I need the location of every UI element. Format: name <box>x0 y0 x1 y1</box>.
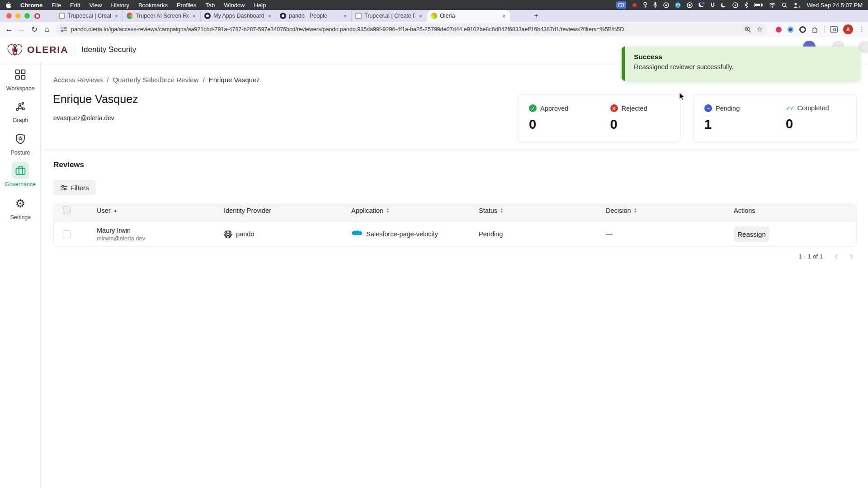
tab-title: Trupeer.ai | Create Product V <box>68 13 111 19</box>
address-bar[interactable]: pando.oleria.io/iga/access-reviews/campa… <box>56 23 767 35</box>
menu-bookmarks[interactable]: Bookmarks <box>138 2 168 9</box>
keystroke-icon[interactable] <box>643 1 647 9</box>
tab-close-icon[interactable]: × <box>267 13 272 19</box>
menu-profiles[interactable]: Profiles <box>177 2 196 9</box>
sidebar-item-settings[interactable]: ⚙ Settings <box>0 195 41 221</box>
apple-menu-icon[interactable] <box>5 1 11 9</box>
column-header-decision[interactable]: Decision ▲▼ <box>606 207 734 214</box>
stat-value-pending: 1 <box>704 117 775 132</box>
mic-icon[interactable] <box>653 1 657 9</box>
column-header-user[interactable]: User ▲ <box>97 207 224 214</box>
menu-help[interactable]: Help <box>254 2 266 9</box>
record-icon[interactable] <box>632 1 637 9</box>
header-extra-button[interactable] <box>859 41 868 53</box>
column-header-application[interactable]: Application ▲▼ <box>351 207 479 214</box>
pending-minus-icon: − <box>704 104 712 112</box>
tab-oleria-active[interactable]: Oleria × <box>427 10 510 22</box>
tab-my-apps-dashboard[interactable]: My Apps Dashboard | pando × <box>201 10 276 22</box>
back-button[interactable]: ← <box>3 23 15 36</box>
menu-edit[interactable]: Edit <box>70 2 80 9</box>
moon-icon[interactable] <box>721 1 726 9</box>
tab-trupeer-create-2[interactable]: Trupeer.ai | Create Product V × <box>352 10 427 22</box>
bluetooth-icon[interactable] <box>744 1 748 9</box>
forward-button[interactable]: → <box>15 23 28 36</box>
menu-tab[interactable]: Tab <box>205 2 215 9</box>
filters-button[interactable]: Filters <box>53 180 96 195</box>
extension-ring-icon[interactable] <box>799 26 806 33</box>
new-tab-button[interactable]: + <box>532 11 541 20</box>
reassign-button[interactable]: Reassign <box>734 226 769 242</box>
next-page-icon[interactable]: › <box>850 251 853 261</box>
camera-icon[interactable] <box>663 1 669 9</box>
menu-file[interactable]: File <box>52 2 61 9</box>
sidebar-item-governance[interactable]: Governance <box>0 162 41 188</box>
tab-close-icon[interactable]: × <box>191 13 197 19</box>
recording-indicator-icon[interactable] <box>34 13 40 19</box>
window-close-button[interactable] <box>6 13 12 19</box>
tab-trupeer-recorder[interactable]: Trupeer AI Screen Recorder × <box>123 10 201 22</box>
approved-check-icon: ✓ <box>529 104 537 112</box>
site-settings-icon[interactable] <box>61 27 67 32</box>
menu-view[interactable]: View <box>89 2 102 9</box>
tab-close-icon[interactable]: × <box>418 13 423 19</box>
tab-pando-people[interactable]: pando - People × <box>276 10 352 22</box>
stat-value-approved: 0 <box>529 117 599 132</box>
column-header-identity-provider[interactable]: Identity Provider <box>224 207 351 214</box>
breadcrumb-separator: / <box>107 76 108 84</box>
column-header-status[interactable]: Status ▲▼ <box>479 207 606 214</box>
tab-trupeer-create-1[interactable]: Trupeer.ai | Create Product V × <box>55 10 123 22</box>
url-text[interactable]: pando.oleria.io/iga/access-reviews/campa… <box>71 26 745 33</box>
wifi-icon[interactable] <box>769 1 776 9</box>
menu-bar-clock[interactable]: Wed Sep 24 5:07 PM <box>807 2 863 9</box>
row-checkbox[interactable] <box>63 230 71 238</box>
breadcrumb-access-reviews[interactable]: Access Reviews <box>53 76 103 84</box>
breadcrumb-campaign[interactable]: Quarterly Salesforce Review <box>113 76 198 84</box>
menu-chrome[interactable]: Chrome <box>20 2 42 9</box>
product-name: Identity Security <box>81 45 136 54</box>
sidebar-item-graph[interactable]: Graph <box>0 98 41 123</box>
filters-label: Filters <box>71 184 89 192</box>
u-app-icon[interactable]: U <box>711 1 715 9</box>
sidebar-item-workspace[interactable]: Workspace <box>0 66 41 92</box>
bookmark-star-icon[interactable]: ☆ <box>757 25 763 33</box>
toast-title: Success <box>634 53 851 61</box>
previous-page-icon[interactable]: ‹ <box>835 251 838 261</box>
menu-window[interactable]: Window <box>224 2 245 9</box>
reload-button[interactable]: ↻ <box>28 23 41 36</box>
chrome-menu-kebab-icon[interactable]: ⋮ <box>859 25 865 33</box>
spotlight-icon[interactable] <box>782 1 788 9</box>
screen-mirroring-icon[interactable] <box>616 1 626 9</box>
tab-close-icon[interactable]: × <box>113 13 119 19</box>
chrome-profile-avatar[interactable]: A <box>843 24 853 34</box>
sidebar-label: Workspace <box>6 85 34 92</box>
side-panel-icon[interactable] <box>830 26 838 33</box>
extension-red-icon[interactable] <box>776 27 782 33</box>
stat-value-completed: 0 <box>786 117 856 131</box>
tab-close-icon[interactable]: × <box>342 13 348 19</box>
sidebar-item-posture[interactable]: Posture <box>0 130 41 156</box>
window-zoom-button[interactable] <box>24 13 30 19</box>
home-button[interactable]: ⌂ <box>41 23 53 36</box>
breadcrumb-separator: / <box>203 76 204 84</box>
page-email: evasquez@oleria.dev <box>53 114 114 122</box>
sidebar-label: Governance <box>5 181 36 188</box>
screen: Chrome File Edit View History Bookmarks … <box>0 0 868 488</box>
extension-clock-icon[interactable] <box>787 26 794 33</box>
recorder-favicon <box>127 13 133 19</box>
trupeer-favicon <box>59 13 65 19</box>
menu-history[interactable]: History <box>111 2 129 9</box>
content-divider <box>43 149 860 150</box>
play-circle-icon[interactable] <box>732 1 738 9</box>
window-minimize-button[interactable] <box>15 13 21 19</box>
extensions-puzzle-icon[interactable] <box>811 26 819 33</box>
zoom-page-icon[interactable] <box>745 26 751 33</box>
swirl-icon[interactable] <box>675 1 681 9</box>
shutter-icon[interactable] <box>687 1 693 9</box>
stat-label-approved: Approved <box>540 105 568 112</box>
tab-close-icon[interactable]: × <box>501 13 506 19</box>
do-not-disturb-icon[interactable] <box>698 1 705 9</box>
user-switch-icon[interactable] <box>793 1 801 9</box>
battery-icon[interactable] <box>754 1 763 9</box>
select-all-checkbox[interactable] <box>63 206 71 214</box>
shield-star-icon <box>15 133 26 145</box>
